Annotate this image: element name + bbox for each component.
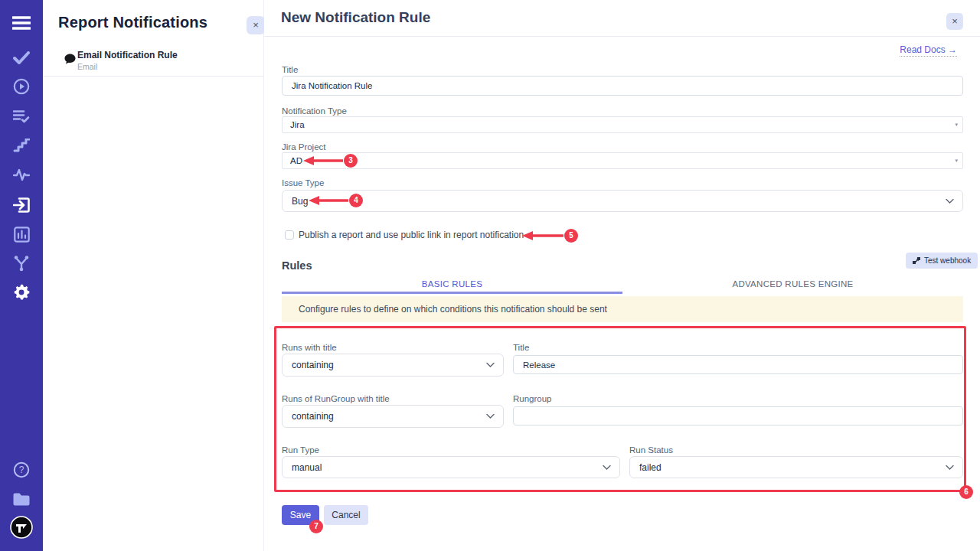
chevron-down-icon bbox=[603, 465, 611, 470]
panel-close-button[interactable]: × bbox=[247, 16, 265, 34]
tab-basic-rules[interactable]: BASIC RULES bbox=[282, 275, 622, 294]
notification-type-select[interactable]: Jira ▾ bbox=[282, 116, 963, 133]
list-item-title: Email Notification Rule bbox=[77, 50, 178, 60]
rungroup-with-title-select[interactable]: containing bbox=[282, 405, 504, 428]
rules-info-text: Configure rules to define on which condi… bbox=[299, 304, 607, 315]
rungroup-input[interactable] bbox=[513, 406, 963, 425]
rungroup-with-title-value: containing bbox=[292, 411, 334, 422]
jira-project-select[interactable]: AD ▾ bbox=[282, 152, 963, 169]
chevron-down-icon bbox=[946, 198, 954, 204]
publish-checkbox-label: Publish a report and use public link in … bbox=[299, 230, 524, 240]
rungroup-with-title-label: Runs of RunGroup with title bbox=[282, 394, 390, 403]
test-webhook-button[interactable]: Test webhook bbox=[906, 253, 978, 269]
title-input[interactable] bbox=[282, 76, 963, 96]
annotation-arrow-5 bbox=[522, 230, 565, 241]
runs-with-title-label: Runs with title bbox=[282, 343, 337, 352]
rules-heading: Rules bbox=[282, 259, 312, 272]
webhook-icon bbox=[913, 257, 920, 265]
read-docs-link[interactable]: Read Docs → bbox=[900, 44, 957, 57]
gear-icon[interactable] bbox=[0, 282, 43, 302]
form-title: New Notification Rule bbox=[281, 9, 430, 26]
sidebar-rail: ? bbox=[0, 0, 43, 551]
form-header: New Notification Rule bbox=[264, 0, 980, 37]
caret-down-icon: ▾ bbox=[955, 122, 958, 128]
activity-icon[interactable] bbox=[0, 165, 43, 184]
list-item-subtitle: Email bbox=[77, 62, 97, 71]
bar-chart-icon[interactable] bbox=[0, 224, 43, 244]
annotation-badge-6: 6 bbox=[959, 485, 973, 499]
form-close-button[interactable]: × bbox=[946, 13, 963, 30]
folder-icon[interactable] bbox=[0, 489, 43, 509]
steps-icon[interactable] bbox=[0, 135, 43, 155]
run-status-label: Run Status bbox=[629, 445, 673, 455]
list-check-icon[interactable] bbox=[0, 106, 43, 126]
chevron-down-icon bbox=[946, 465, 954, 470]
issue-type-select[interactable]: Bug bbox=[282, 190, 963, 212]
cancel-button[interactable]: Cancel bbox=[324, 505, 368, 525]
notification-type-label: Notification Type bbox=[282, 106, 347, 116]
run-type-select[interactable]: manual bbox=[282, 456, 620, 478]
chevron-down-icon bbox=[486, 363, 495, 368]
jira-project-value: AD bbox=[290, 156, 302, 165]
menu-icon[interactable] bbox=[0, 13, 43, 33]
svg-text:?: ? bbox=[19, 465, 24, 475]
publish-checkbox[interactable] bbox=[285, 230, 294, 240]
annotation-badge-5: 5 bbox=[564, 229, 578, 243]
help-circle-icon[interactable]: ? bbox=[0, 460, 43, 480]
chevron-down-icon bbox=[486, 414, 495, 419]
run-status-select[interactable]: failed bbox=[629, 456, 963, 478]
rule-title-label: Title bbox=[513, 343, 529, 352]
rules-tabs: BASIC RULES ADVANCED RULES ENGINE bbox=[282, 275, 963, 294]
play-circle-icon[interactable] bbox=[0, 77, 43, 96]
chat-bubble-icon bbox=[64, 53, 77, 69]
run-status-value: failed bbox=[639, 462, 662, 473]
new-notification-rule-form: New Notification Rule × Read Docs → Titl… bbox=[264, 0, 980, 551]
jira-project-label: Jira Project bbox=[282, 142, 326, 152]
rungroup-label: Rungroup bbox=[513, 394, 552, 403]
avatar-t[interactable] bbox=[0, 516, 43, 539]
rule-title-input[interactable] bbox=[513, 355, 963, 374]
issue-type-value: Bug bbox=[292, 196, 308, 207]
runs-with-title-select[interactable]: containing bbox=[282, 354, 504, 377]
run-type-value: manual bbox=[292, 462, 322, 473]
run-type-label: Run Type bbox=[282, 445, 319, 455]
runs-with-title-value: containing bbox=[292, 360, 334, 370]
notification-type-value: Jira bbox=[290, 120, 305, 129]
issue-type-label: Issue Type bbox=[282, 178, 324, 187]
title-label: Title bbox=[282, 65, 298, 74]
caret-down-icon: ▾ bbox=[955, 158, 958, 164]
panel-title: Report Notifications bbox=[58, 14, 207, 31]
notification-list-item[interactable]: Email Notification Rule Email bbox=[43, 44, 264, 77]
tab-advanced-rules-engine[interactable]: ADVANCED RULES ENGINE bbox=[622, 275, 963, 294]
rules-info-banner: Configure rules to define on which condi… bbox=[282, 296, 963, 322]
sign-in-icon[interactable] bbox=[0, 195, 43, 215]
report-notifications-panel: Report Notifications Email Notification … bbox=[43, 0, 264, 551]
fork-icon[interactable] bbox=[0, 253, 43, 273]
save-button[interactable]: Save bbox=[282, 505, 319, 525]
test-webhook-label: Test webhook bbox=[924, 256, 971, 265]
check-icon[interactable] bbox=[0, 47, 43, 67]
